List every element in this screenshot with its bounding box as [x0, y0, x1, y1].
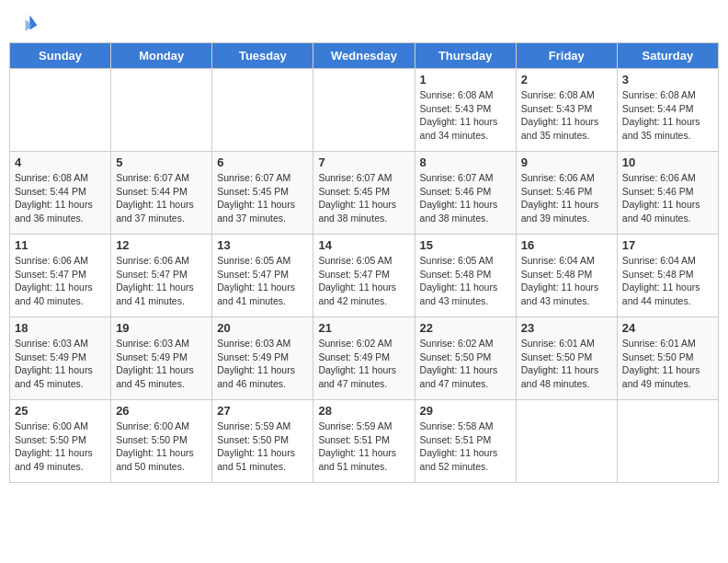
day-content: Sunrise: 6:04 AM Sunset: 5:48 PM Dayligh… — [521, 254, 612, 308]
header-cell-thursday: Thursday — [415, 43, 516, 69]
day-content: Sunrise: 6:07 AM Sunset: 5:44 PM Dayligh… — [116, 171, 207, 225]
header-row: SundayMondayTuesdayWednesdayThursdayFrid… — [10, 43, 719, 69]
day-number: 2 — [521, 73, 612, 86]
day-cell: 12Sunrise: 6:06 AM Sunset: 5:47 PM Dayli… — [111, 235, 212, 317]
day-cell: 5Sunrise: 6:07 AM Sunset: 5:44 PM Daylig… — [111, 152, 212, 235]
day-content: Sunrise: 6:06 AM Sunset: 5:47 PM Dayligh… — [15, 254, 106, 308]
day-number: 19 — [116, 321, 207, 335]
day-content: Sunrise: 5:58 AM Sunset: 5:51 PM Dayligh… — [420, 419, 511, 474]
day-number: 16 — [521, 238, 612, 252]
day-number: 23 — [521, 321, 612, 335]
day-cell: 16Sunrise: 6:04 AM Sunset: 5:48 PM Dayli… — [516, 235, 617, 317]
day-cell — [111, 69, 212, 152]
day-cell — [212, 69, 313, 152]
header-cell-wednesday: Wednesday — [313, 43, 415, 69]
day-content: Sunrise: 6:08 AM Sunset: 5:43 PM Dayligh… — [420, 88, 511, 143]
day-content: Sunrise: 6:06 AM Sunset: 5:46 PM Dayligh… — [622, 171, 713, 225]
header-cell-tuesday: Tuesday — [212, 43, 313, 69]
day-content: Sunrise: 6:05 AM Sunset: 5:47 PM Dayligh… — [318, 254, 409, 308]
day-number: 9 — [521, 155, 612, 169]
day-cell: 17Sunrise: 6:04 AM Sunset: 5:48 PM Dayli… — [617, 235, 718, 317]
day-content: Sunrise: 5:59 AM Sunset: 5:51 PM Dayligh… — [318, 419, 409, 474]
week-row-5: 25Sunrise: 6:00 AM Sunset: 5:50 PM Dayli… — [10, 400, 719, 483]
day-number: 10 — [622, 155, 713, 169]
day-content: Sunrise: 6:01 AM Sunset: 5:50 PM Dayligh… — [622, 337, 713, 391]
day-cell: 10Sunrise: 6:06 AM Sunset: 5:46 PM Dayli… — [617, 152, 718, 235]
day-content: Sunrise: 6:08 AM Sunset: 5:44 PM Dayligh… — [15, 171, 106, 225]
header-cell-sunday: Sunday — [10, 43, 111, 69]
day-content: Sunrise: 6:05 AM Sunset: 5:47 PM Dayligh… — [217, 254, 308, 308]
day-content: Sunrise: 6:06 AM Sunset: 5:47 PM Dayligh… — [116, 254, 207, 308]
day-cell: 28Sunrise: 5:59 AM Sunset: 5:51 PM Dayli… — [313, 400, 415, 483]
day-number: 20 — [217, 321, 308, 335]
header-cell-monday: Monday — [111, 43, 212, 69]
day-number: 17 — [622, 238, 713, 252]
day-cell: 23Sunrise: 6:01 AM Sunset: 5:50 PM Dayli… — [516, 317, 617, 400]
day-content: Sunrise: 6:02 AM Sunset: 5:49 PM Dayligh… — [318, 337, 409, 391]
day-content: Sunrise: 6:08 AM Sunset: 5:44 PM Dayligh… — [622, 88, 713, 143]
day-cell — [313, 69, 415, 152]
day-number: 6 — [217, 155, 308, 169]
day-cell: 3Sunrise: 6:08 AM Sunset: 5:44 PM Daylig… — [617, 69, 718, 152]
header-cell-saturday: Saturday — [617, 43, 718, 69]
day-number: 12 — [116, 238, 207, 252]
day-cell: 9Sunrise: 6:06 AM Sunset: 5:46 PM Daylig… — [516, 152, 617, 235]
day-number: 22 — [420, 321, 511, 335]
day-number: 21 — [318, 321, 409, 335]
day-cell: 27Sunrise: 5:59 AM Sunset: 5:50 PM Dayli… — [212, 400, 313, 483]
day-number: 7 — [318, 155, 409, 169]
day-content: Sunrise: 6:00 AM Sunset: 5:50 PM Dayligh… — [15, 419, 106, 474]
day-number: 29 — [420, 404, 511, 418]
day-number: 5 — [116, 155, 207, 169]
day-content: Sunrise: 6:03 AM Sunset: 5:49 PM Dayligh… — [15, 337, 106, 391]
logo — [9, 9, 42, 39]
day-cell: 29Sunrise: 5:58 AM Sunset: 5:51 PM Dayli… — [415, 400, 516, 483]
day-number: 27 — [217, 404, 308, 418]
day-content: Sunrise: 6:02 AM Sunset: 5:50 PM Dayligh… — [420, 337, 511, 391]
day-cell: 13Sunrise: 6:05 AM Sunset: 5:47 PM Dayli… — [212, 235, 313, 317]
day-number: 1 — [420, 73, 511, 86]
day-cell: 22Sunrise: 6:02 AM Sunset: 5:50 PM Dayli… — [415, 317, 516, 400]
day-cell — [516, 400, 617, 483]
header-cell-friday: Friday — [516, 43, 617, 69]
day-cell: 11Sunrise: 6:06 AM Sunset: 5:47 PM Dayli… — [10, 235, 111, 317]
day-cell — [10, 69, 111, 152]
week-row-4: 18Sunrise: 6:03 AM Sunset: 5:49 PM Dayli… — [10, 317, 719, 400]
svg-marker-0 — [29, 15, 37, 29]
day-number: 13 — [217, 238, 308, 252]
day-cell: 18Sunrise: 6:03 AM Sunset: 5:49 PM Dayli… — [10, 317, 111, 400]
day-cell: 1Sunrise: 6:08 AM Sunset: 5:43 PM Daylig… — [415, 69, 516, 152]
day-content: Sunrise: 6:00 AM Sunset: 5:50 PM Dayligh… — [116, 419, 207, 474]
day-cell: 15Sunrise: 6:05 AM Sunset: 5:48 PM Dayli… — [415, 235, 516, 317]
day-content: Sunrise: 6:01 AM Sunset: 5:50 PM Dayligh… — [521, 337, 612, 391]
day-cell: 24Sunrise: 6:01 AM Sunset: 5:50 PM Dayli… — [617, 317, 718, 400]
day-cell: 6Sunrise: 6:07 AM Sunset: 5:45 PM Daylig… — [212, 152, 313, 235]
day-content: Sunrise: 6:07 AM Sunset: 5:45 PM Dayligh… — [217, 171, 308, 225]
day-number: 25 — [15, 404, 106, 418]
day-number: 3 — [622, 73, 713, 86]
day-cell: 25Sunrise: 6:00 AM Sunset: 5:50 PM Dayli… — [10, 400, 111, 483]
day-cell: 21Sunrise: 6:02 AM Sunset: 5:49 PM Dayli… — [313, 317, 415, 400]
day-content: Sunrise: 6:05 AM Sunset: 5:48 PM Dayligh… — [420, 254, 511, 308]
week-row-3: 11Sunrise: 6:06 AM Sunset: 5:47 PM Dayli… — [10, 235, 719, 317]
day-cell: 14Sunrise: 6:05 AM Sunset: 5:47 PM Dayli… — [313, 235, 415, 317]
day-number: 24 — [622, 321, 713, 335]
day-cell: 2Sunrise: 6:08 AM Sunset: 5:43 PM Daylig… — [516, 69, 617, 152]
day-cell: 19Sunrise: 6:03 AM Sunset: 5:49 PM Dayli… — [111, 317, 212, 400]
day-cell — [617, 400, 718, 483]
day-number: 11 — [15, 238, 106, 252]
day-content: Sunrise: 6:07 AM Sunset: 5:45 PM Dayligh… — [318, 171, 409, 225]
day-content: Sunrise: 6:08 AM Sunset: 5:43 PM Dayligh… — [521, 88, 612, 143]
day-cell: 7Sunrise: 6:07 AM Sunset: 5:45 PM Daylig… — [313, 152, 415, 235]
calendar-table: SundayMondayTuesdayWednesdayThursdayFrid… — [9, 42, 719, 483]
day-content: Sunrise: 5:59 AM Sunset: 5:50 PM Dayligh… — [217, 419, 308, 474]
day-cell: 8Sunrise: 6:07 AM Sunset: 5:46 PM Daylig… — [415, 152, 516, 235]
day-number: 26 — [116, 404, 207, 418]
day-cell: 20Sunrise: 6:03 AM Sunset: 5:49 PM Dayli… — [212, 317, 313, 400]
day-number: 14 — [318, 238, 409, 252]
week-row-2: 4Sunrise: 6:08 AM Sunset: 5:44 PM Daylig… — [10, 152, 719, 235]
day-number: 15 — [420, 238, 511, 252]
day-number: 18 — [15, 321, 106, 335]
day-number: 28 — [318, 404, 409, 418]
day-number: 8 — [420, 155, 511, 169]
